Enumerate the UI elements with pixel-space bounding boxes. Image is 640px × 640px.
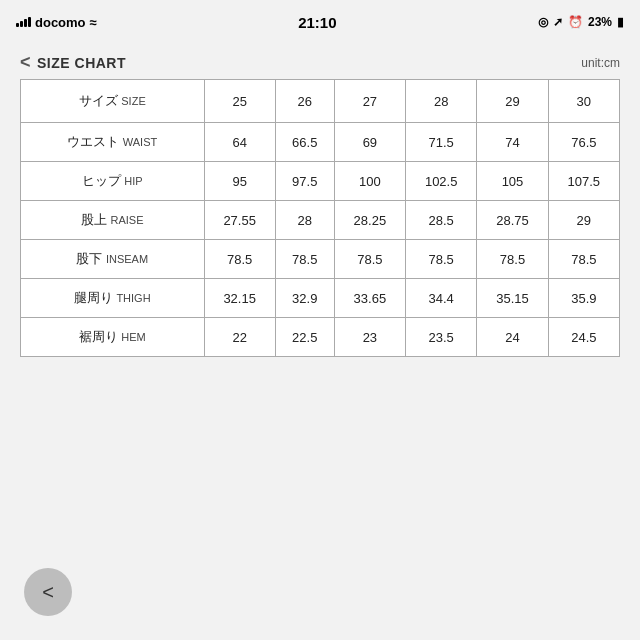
table-cell: 27.55 — [204, 201, 275, 240]
table-cell: 22.5 — [275, 318, 334, 357]
table-cell: 25 — [204, 80, 275, 123]
row-label-en: HIP — [124, 175, 142, 187]
table-cell: 26 — [275, 80, 334, 123]
table-cell: 33.65 — [334, 279, 405, 318]
table-cell: 105 — [477, 162, 548, 201]
table-cell: 97.5 — [275, 162, 334, 201]
row-label-en: WAIST — [123, 136, 157, 148]
table-row: 股下 INSEAM78.578.578.578.578.578.5 — [21, 240, 620, 279]
battery-icon: ▮ — [617, 15, 624, 29]
table-cell: 100 — [334, 162, 405, 201]
table-cell: 35.15 — [477, 279, 548, 318]
table-row: ウエスト WAIST6466.56971.57476.5 — [21, 123, 620, 162]
table-cell: 24 — [477, 318, 548, 357]
main-content: < SIZE CHART unit:cm サイズ SIZE25262728293… — [0, 44, 640, 640]
table-cell: 78.5 — [334, 240, 405, 279]
table-cell: 78.5 — [477, 240, 548, 279]
status-right: ◎ ➚ ⏰ 23% ▮ — [538, 15, 624, 29]
table-cell: 76.5 — [548, 123, 619, 162]
table-cell: 107.5 — [548, 162, 619, 201]
back-chevron-icon: < — [42, 581, 54, 604]
back-button[interactable]: < — [24, 568, 72, 616]
table-cell: 78.5 — [406, 240, 477, 279]
table-cell: 28 — [275, 201, 334, 240]
row-label-en: RAISE — [110, 214, 143, 226]
header-back-icon[interactable]: < — [20, 52, 31, 73]
table-cell: 102.5 — [406, 162, 477, 201]
row-label: 股下 INSEAM — [21, 240, 205, 279]
table-row: 股上 RAISE27.552828.2528.528.7529 — [21, 201, 620, 240]
row-label-jp: 股上 — [81, 212, 107, 227]
table-cell: 78.5 — [275, 240, 334, 279]
table-cell: 32.9 — [275, 279, 334, 318]
battery-label: 23% — [588, 15, 612, 29]
table-cell: 78.5 — [204, 240, 275, 279]
table-cell: 64 — [204, 123, 275, 162]
row-label-jp: サイズ — [79, 93, 118, 108]
arrow-icon: ➚ — [553, 15, 563, 29]
row-label-jp: 股下 — [76, 251, 102, 266]
table-cell: 27 — [334, 80, 405, 123]
chart-title-group: < SIZE CHART — [20, 52, 126, 73]
table-cell: 22 — [204, 318, 275, 357]
size-chart-table: サイズ SIZE252627282930ウエスト WAIST6466.56971… — [20, 79, 620, 357]
table-cell: 28.25 — [334, 201, 405, 240]
table-cell: 74 — [477, 123, 548, 162]
table-cell: 71.5 — [406, 123, 477, 162]
status-bar: docomo ≈ 21:10 ◎ ➚ ⏰ 23% ▮ — [0, 0, 640, 44]
table-cell: 30 — [548, 80, 619, 123]
status-left: docomo ≈ — [16, 15, 97, 30]
table-row: 腿周り THIGH32.1532.933.6534.435.1535.9 — [21, 279, 620, 318]
table-cell: 28.75 — [477, 201, 548, 240]
table-row: ヒップ HIP9597.5100102.5105107.5 — [21, 162, 620, 201]
table-cell: 29 — [477, 80, 548, 123]
signal-icon — [16, 17, 31, 27]
row-label-jp: ウエスト — [67, 134, 119, 149]
table-row: サイズ SIZE252627282930 — [21, 80, 620, 123]
table-cell: 24.5 — [548, 318, 619, 357]
row-label-en: THIGH — [116, 292, 150, 304]
table-cell: 34.4 — [406, 279, 477, 318]
table-cell: 78.5 — [548, 240, 619, 279]
table-cell: 32.15 — [204, 279, 275, 318]
status-time: 21:10 — [298, 14, 336, 31]
table-cell: 69 — [334, 123, 405, 162]
row-label-en: HEM — [121, 331, 145, 343]
table-cell: 35.9 — [548, 279, 619, 318]
row-label: ウエスト WAIST — [21, 123, 205, 162]
row-label-jp: 腿周り — [74, 290, 113, 305]
row-label-en: INSEAM — [106, 253, 148, 265]
row-label: 裾周り HEM — [21, 318, 205, 357]
carrier-label: docomo — [35, 15, 86, 30]
row-label-en: SIZE — [121, 95, 145, 107]
chart-title: SIZE CHART — [37, 55, 126, 71]
location-icon: ◎ — [538, 15, 548, 29]
row-label-jp: ヒップ — [82, 173, 121, 188]
table-cell: 66.5 — [275, 123, 334, 162]
table-row: 裾周り HEM2222.52323.52424.5 — [21, 318, 620, 357]
table-cell: 29 — [548, 201, 619, 240]
row-label: 股上 RAISE — [21, 201, 205, 240]
table-cell: 23.5 — [406, 318, 477, 357]
chart-header: < SIZE CHART unit:cm — [20, 44, 620, 79]
row-label-jp: 裾周り — [79, 329, 118, 344]
row-label: 腿周り THIGH — [21, 279, 205, 318]
row-label: ヒップ HIP — [21, 162, 205, 201]
wifi-icon: ≈ — [90, 15, 97, 30]
row-label: サイズ SIZE — [21, 80, 205, 123]
unit-label: unit:cm — [581, 56, 620, 70]
table-cell: 28.5 — [406, 201, 477, 240]
table-cell: 28 — [406, 80, 477, 123]
alarm-icon: ⏰ — [568, 15, 583, 29]
table-cell: 23 — [334, 318, 405, 357]
table-cell: 95 — [204, 162, 275, 201]
